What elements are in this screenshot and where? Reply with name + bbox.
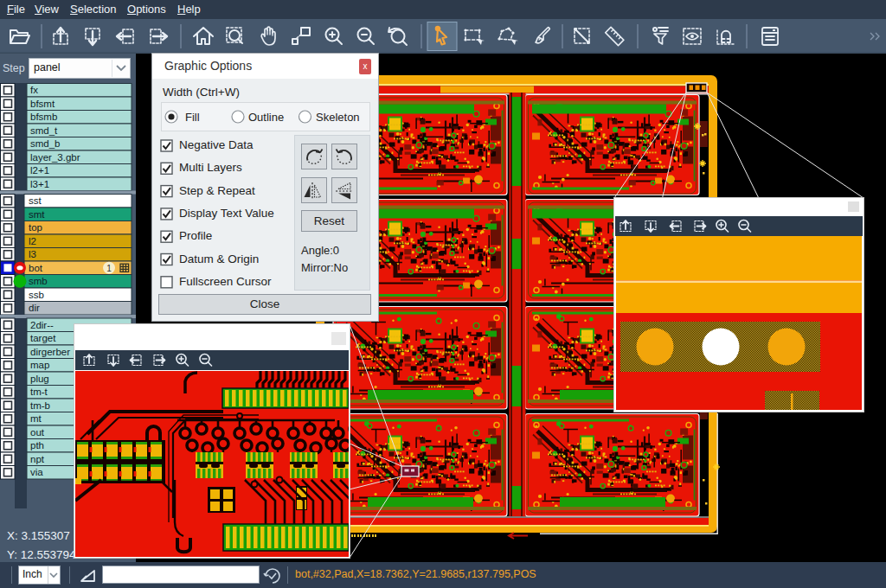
svg-text:l2+1: l2+1 <box>30 165 49 176</box>
svg-text:1: 1 <box>106 264 112 273</box>
svg-text:fx: fx <box>30 85 38 95</box>
svg-text:smt: smt <box>29 209 45 220</box>
svg-text:target: target <box>30 333 56 343</box>
svg-text:bfsmb: bfsmb <box>30 112 57 122</box>
svg-text:tm-b: tm-b <box>30 400 50 411</box>
svg-text:l3: l3 <box>29 249 36 259</box>
svg-text:plug: plug <box>30 374 49 384</box>
svg-text:mt: mt <box>30 413 42 424</box>
svg-text:pth: pth <box>30 440 44 451</box>
svg-text:top: top <box>29 222 42 233</box>
svg-text:layer_3.gbr: layer_3.gbr <box>30 152 80 163</box>
svg-text:smd_t: smd_t <box>30 125 58 136</box>
svg-text:bot: bot <box>29 263 43 273</box>
svg-text:2dir--: 2dir-- <box>30 320 54 330</box>
svg-text:smb: smb <box>29 276 48 286</box>
svg-text:smd_b: smd_b <box>30 138 61 149</box>
svg-text:npt: npt <box>30 454 45 464</box>
svg-text:tm-t: tm-t <box>30 387 48 397</box>
svg-text:out: out <box>30 427 45 438</box>
svg-text:via: via <box>30 467 43 477</box>
svg-text:dir: dir <box>29 303 40 313</box>
svg-text:sst: sst <box>29 195 42 206</box>
svg-text:map: map <box>30 360 49 370</box>
svg-text:dirgerber: dirgerber <box>30 347 70 357</box>
svg-text:l3+1: l3+1 <box>30 179 49 189</box>
svg-text:bfsmt: bfsmt <box>30 99 55 109</box>
svg-text:l2: l2 <box>29 236 36 246</box>
svg-text:ssb: ssb <box>29 290 44 300</box>
